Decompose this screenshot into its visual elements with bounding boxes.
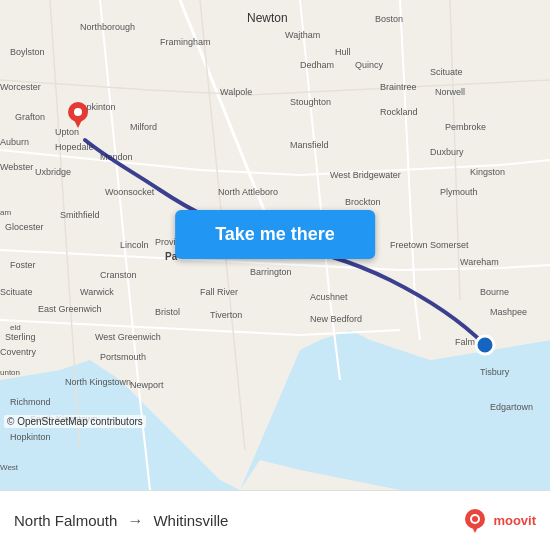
svg-text:West Greenwich: West Greenwich	[95, 332, 161, 342]
svg-text:Walpole: Walpole	[220, 87, 252, 97]
svg-text:Dedham: Dedham	[300, 60, 334, 70]
svg-text:Wajtham: Wajtham	[285, 30, 320, 40]
svg-text:Scituate: Scituate	[430, 67, 463, 77]
svg-text:Framingham: Framingham	[160, 37, 211, 47]
take-me-there-button[interactable]: Take me there	[175, 210, 375, 259]
svg-text:Uxbridge: Uxbridge	[35, 167, 71, 177]
svg-text:Acushnet: Acushnet	[310, 292, 348, 302]
svg-text:Glocester: Glocester	[5, 222, 44, 232]
svg-text:Upton: Upton	[55, 127, 79, 137]
destination-label: Whitinsville	[153, 512, 228, 529]
svg-text:East Greenwich: East Greenwich	[38, 304, 102, 314]
svg-text:Bristol: Bristol	[155, 307, 180, 317]
svg-text:Norwell: Norwell	[435, 87, 465, 97]
svg-text:Fall River: Fall River	[200, 287, 238, 297]
svg-text:Northborough: Northborough	[80, 22, 135, 32]
svg-text:Smithfield: Smithfield	[60, 210, 100, 220]
moovit-logo: moovit	[461, 507, 536, 535]
svg-text:Barrington: Barrington	[250, 267, 292, 277]
svg-text:Sterling: Sterling	[5, 332, 36, 342]
svg-text:Duxbury: Duxbury	[430, 147, 464, 157]
moovit-icon	[461, 507, 489, 535]
svg-text:Mashpee: Mashpee	[490, 307, 527, 317]
svg-text:Mansfield: Mansfield	[290, 140, 329, 150]
svg-text:Bourne: Bourne	[480, 287, 509, 297]
moovit-label: moovit	[493, 513, 536, 528]
svg-text:Foster: Foster	[10, 260, 36, 270]
svg-text:Freetown Somerset: Freetown Somerset	[390, 240, 469, 250]
svg-text:New Bedford: New Bedford	[310, 314, 362, 324]
svg-text:Wareham: Wareham	[460, 257, 499, 267]
svg-text:Scituate: Scituate	[0, 287, 33, 297]
svg-text:Pembroke: Pembroke	[445, 122, 486, 132]
svg-text:Stoughton: Stoughton	[290, 97, 331, 107]
svg-text:Grafton: Grafton	[15, 112, 45, 122]
map-container: Newton Boylston Northborough Framingham …	[0, 0, 550, 490]
svg-point-83	[472, 516, 478, 522]
svg-text:North Kingstown: North Kingstown	[65, 377, 131, 387]
svg-text:Webster: Webster	[0, 162, 33, 172]
svg-text:Boston: Boston	[375, 14, 403, 24]
svg-text:Warwick: Warwick	[80, 287, 114, 297]
svg-text:Lincoln: Lincoln	[120, 240, 149, 250]
origin-label: North Falmouth	[14, 512, 117, 529]
svg-text:Rockland: Rockland	[380, 107, 418, 117]
svg-text:Edgartown: Edgartown	[490, 402, 533, 412]
svg-text:Plymouth: Plymouth	[440, 187, 478, 197]
svg-text:Woonsocket: Woonsocket	[105, 187, 155, 197]
svg-text:Boylston: Boylston	[10, 47, 45, 57]
svg-text:Newport: Newport	[130, 380, 164, 390]
svg-text:Braintree: Braintree	[380, 82, 417, 92]
arrow-icon: →	[127, 512, 143, 530]
bottom-bar: North Falmouth → Whitinsville moovit	[0, 490, 550, 550]
svg-text:West: West	[0, 463, 19, 472]
svg-text:Quincy: Quincy	[355, 60, 384, 70]
svg-text:North Attleboro: North Attleboro	[218, 187, 278, 197]
svg-text:Hopkinton: Hopkinton	[10, 432, 51, 442]
svg-text:Brockton: Brockton	[345, 197, 381, 207]
map-attribution: © OpenStreetMap contributors	[4, 415, 146, 428]
svg-text:Tisbury: Tisbury	[480, 367, 510, 377]
svg-text:Worcester: Worcester	[0, 82, 41, 92]
svg-text:Milford: Milford	[130, 122, 157, 132]
svg-text:Hull: Hull	[335, 47, 351, 57]
svg-text:unton: unton	[0, 368, 20, 377]
svg-point-76	[476, 336, 494, 354]
svg-text:Cranston: Cranston	[100, 270, 137, 280]
svg-text:am: am	[0, 208, 11, 217]
svg-text:Tiverton: Tiverton	[210, 310, 242, 320]
svg-text:Coventry: Coventry	[0, 347, 37, 357]
svg-text:Newton: Newton	[247, 11, 288, 25]
svg-text:eld: eld	[10, 323, 21, 332]
svg-point-79	[74, 108, 82, 116]
svg-text:Auburn: Auburn	[0, 137, 29, 147]
svg-text:Kingston: Kingston	[470, 167, 505, 177]
svg-text:Richmond: Richmond	[10, 397, 51, 407]
svg-text:West Bridgewater: West Bridgewater	[330, 170, 401, 180]
svg-text:Portsmouth: Portsmouth	[100, 352, 146, 362]
